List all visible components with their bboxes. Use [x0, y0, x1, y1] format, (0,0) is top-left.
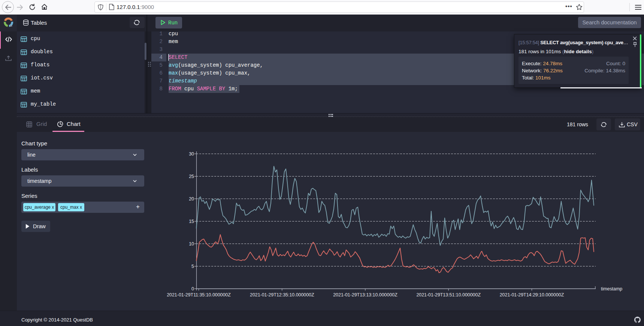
svg-text:5: 5 [191, 264, 194, 269]
svg-text:timestamp: timestamp [601, 286, 622, 292]
svg-text:10: 10 [189, 241, 194, 247]
svg-text:2021-01-29T14:29:10.000000Z: 2021-01-29T14:29:10.000000Z [500, 292, 564, 298]
svg-text:30: 30 [189, 151, 194, 157]
svg-text:2021-01-29T11:35:10.000000Z: 2021-01-29T11:35:10.000000Z [167, 292, 231, 298]
svg-text:20: 20 [189, 196, 194, 202]
svg-text:2021-01-29T13:51:10.000000Z: 2021-01-29T13:51:10.000000Z [416, 292, 481, 298]
svg-text:15: 15 [189, 219, 194, 224]
svg-text:25: 25 [189, 174, 194, 179]
svg-text:2021-01-29T13:13:10.000000Z: 2021-01-29T13:13:10.000000Z [333, 292, 397, 298]
svg-text:0: 0 [191, 286, 194, 292]
svg-text:2021-01-29T12:35:10.000000Z: 2021-01-29T12:35:10.000000Z [250, 292, 314, 298]
